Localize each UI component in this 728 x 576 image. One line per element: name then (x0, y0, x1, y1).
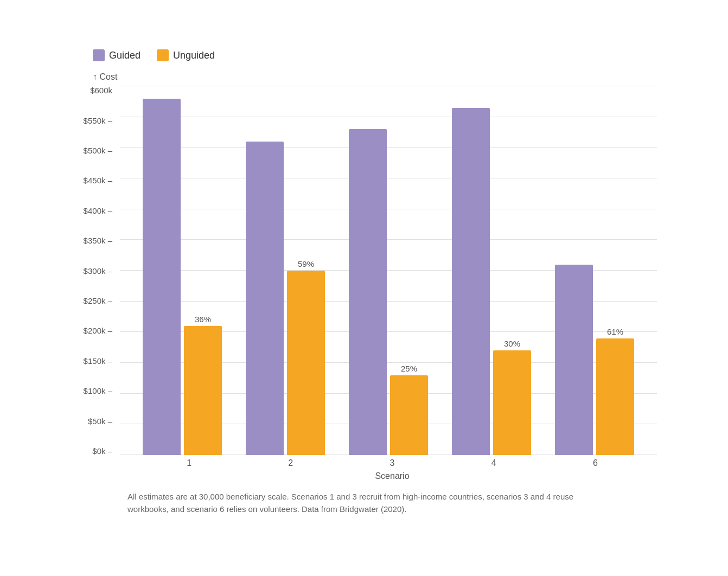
unguided-bar-wrapper: 59% (287, 259, 325, 455)
bars-row: 0%59% (246, 130, 325, 455)
unguided-bar-wrapper: 25% (390, 364, 428, 455)
guided-bar (143, 99, 181, 455)
guided-bar-wrapper: 0% (246, 130, 284, 455)
legend-item-guided: Guided (93, 49, 141, 61)
x-axis: 12346 (127, 455, 657, 468)
unguided-bar (184, 326, 222, 455)
scenario-group: 0%61% (555, 253, 634, 455)
unguided-swatch (157, 49, 169, 61)
unguided-pct-label: 36% (195, 315, 211, 324)
y-axis-label: ↑ Cost (82, 72, 657, 82)
guided-bar-wrapper: 0% (555, 253, 593, 455)
unguided-bar-wrapper: 30% (493, 339, 531, 455)
y-tick-label: $300k – (84, 267, 112, 275)
unguided-bar (390, 375, 428, 455)
y-tick-label: $400k – (84, 207, 112, 215)
plot-area: 0%36%0%59%0%25%0%30%0%61% (120, 86, 657, 455)
scenario-group: 0%59% (246, 130, 325, 455)
unguided-bar-wrapper: 36% (184, 315, 222, 455)
guided-bar (452, 108, 490, 455)
guided-bar (246, 142, 284, 455)
bars-row: 0%25% (349, 118, 428, 455)
y-tick-label: $150k – (84, 357, 112, 365)
unguided-label: Unguided (173, 50, 215, 61)
bars-area: 0%36%0%59%0%25%0%30%0%61% (120, 86, 657, 455)
guided-bar (349, 129, 387, 455)
x-tick-label: 3 (351, 458, 433, 468)
bars-row: 0%30% (452, 97, 531, 455)
unguided-bar (287, 271, 325, 455)
legend: Guided Unguided (82, 49, 657, 61)
unguided-bar (493, 350, 531, 455)
unguided-pct-label: 25% (401, 364, 417, 373)
y-tick-label: $250k – (84, 297, 112, 305)
guided-bar (555, 265, 593, 455)
scenario-group: 0%36% (143, 87, 222, 455)
guided-bar-wrapper: 0% (349, 118, 387, 455)
scenario-group: 0%30% (452, 97, 531, 455)
x-tick-label: 6 (554, 458, 636, 468)
x-tick-label: 2 (250, 458, 332, 468)
y-tick-label: $100k – (84, 387, 112, 395)
bars-row: 0%61% (555, 253, 634, 455)
scenario-group: 0%25% (349, 118, 428, 455)
guided-bar-wrapper: 0% (143, 87, 181, 455)
guided-label: Guided (109, 50, 141, 61)
y-tick-label: $450k – (84, 176, 112, 184)
x-tick-label: 1 (148, 458, 231, 468)
unguided-pct-label: 61% (607, 327, 623, 336)
bars-row: 0%36% (143, 87, 222, 455)
y-tick-label: $500k – (84, 146, 112, 155)
y-tick-label: $550k – (84, 117, 112, 125)
footnote: All estimates are at 30,000 beneficiary … (127, 491, 616, 515)
y-axis: $0k –$50k –$100k –$150k –$200k –$250k –$… (82, 86, 120, 455)
unguided-pct-label: 59% (298, 259, 314, 268)
y-tick-label: $0k – (92, 447, 112, 455)
chart-container: Guided Unguided ↑ Cost $0k –$50k –$100k … (39, 28, 689, 548)
legend-item-unguided: Unguided (157, 49, 215, 61)
y-tick-label: $350k – (84, 236, 112, 245)
y-tick-label: $600k (90, 86, 112, 94)
guided-swatch (93, 49, 105, 61)
unguided-bar (596, 338, 634, 455)
guided-bar-wrapper: 0% (452, 97, 490, 455)
chart-area: $0k –$50k –$100k –$150k –$200k –$250k –$… (82, 86, 657, 455)
y-tick-label: $200k – (84, 327, 112, 335)
unguided-bar-wrapper: 61% (596, 327, 634, 455)
x-tick-label: 4 (452, 458, 535, 468)
unguided-pct-label: 30% (504, 339, 520, 348)
y-tick-label: $50k – (88, 417, 112, 425)
x-axis-title: Scenario (127, 471, 657, 481)
